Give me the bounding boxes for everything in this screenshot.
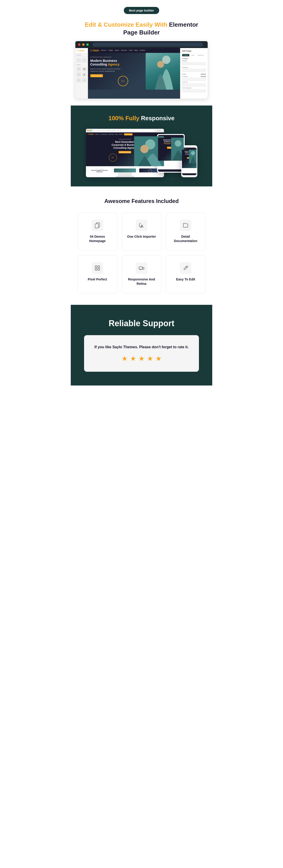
edit-icon-svg [183, 265, 189, 271]
svg-point-1 [157, 61, 164, 68]
feature-title-importer: One Click Importer [125, 235, 158, 239]
d-dot-yellow [89, 130, 90, 131]
nav-contact: Contact [139, 50, 145, 51]
phone-section [182, 168, 197, 173]
phone-hero: Expert FinancialAdvice Tailoredto Your N… [182, 150, 197, 168]
panel-tab-style[interactable]: Style [190, 54, 195, 56]
panel-tab-content[interactable]: Content [182, 54, 189, 56]
heading-yellow: Edit & Customize Easily With [85, 21, 169, 28]
svg-rect-11 [95, 266, 97, 268]
svg-point-4 [140, 145, 149, 153]
feature-icon-edit [180, 262, 191, 274]
elementor-main-area: ⬡ Saylo Home ▾ Pages About Services Case… [88, 48, 180, 99]
panel-cssclass-label: CSS Classes [182, 87, 192, 89]
importer-icon-svg [138, 222, 145, 228]
panel-tabs: Content Style Advanced [182, 54, 206, 56]
elementor-icon-container [76, 58, 81, 63]
hero-image [146, 53, 180, 90]
dot-yellow [82, 43, 85, 46]
features-section: Awesome Features Included 04 Demos Homep… [71, 186, 212, 305]
padding-bottom[interactable] [194, 69, 200, 72]
feature-title-docs: Detail Documentation [169, 235, 202, 243]
star-1: ★ [122, 354, 128, 363]
panel-padding-inputs [182, 69, 206, 72]
desktop-hero-btn[interactable]: Explore Services ▶ [119, 151, 131, 153]
desktop-card-title: Driven by Insight, Powered by Experience [89, 169, 111, 173]
hero-description: balance across various business function… [90, 68, 127, 72]
feature-card-demos: 04 Demos Homepage [77, 212, 117, 251]
d-nav-services: Our Services [100, 133, 107, 135]
panel-cssid-input[interactable] [182, 84, 206, 87]
desktop-nav-cta[interactable]: Get In Touch ▶ [124, 133, 132, 135]
margin-left[interactable] [200, 62, 206, 65]
elementor-icon-text: T [76, 72, 81, 77]
hero-cta-button[interactable]: Watch More ▶ [90, 74, 103, 77]
padding-top[interactable] [182, 69, 188, 72]
desktop-dots [87, 130, 92, 131]
panel-layout-section: ▸ Layout [182, 58, 206, 59]
support-card: If you like Saylo Themes. Please don't f… [84, 335, 199, 372]
padding-right[interactable] [188, 69, 194, 72]
nav-case: Case [129, 50, 132, 51]
elementor-icon-row-2: T 🖼 [76, 67, 87, 71]
tablet-hero: Empowering You toAchieve FinancialFreedo… [158, 138, 184, 161]
feature-card-importer: One Click Importer [122, 212, 161, 251]
desktop-card-1: ABOUT COMPANY Driven by Insight, Powered… [88, 167, 112, 173]
devices-container: @ 67 S. 5984 St. East Chicago, M 00548 W… [75, 129, 208, 177]
feature-icon-importer [136, 220, 147, 231]
page-builder-badge: Best page builder [124, 7, 159, 14]
panel-zindex-input[interactable] [182, 78, 206, 81]
panel-tab-advanced[interactable]: Advanced [196, 54, 205, 56]
desktop-section-row: ABOUT COMPANY Driven by Insight, Powered… [86, 166, 164, 173]
tablet-accent: Freedom [164, 143, 171, 144]
site-nav-links: Home ▾ Pages About Services Case Blog Co… [101, 50, 145, 51]
elementor-left-panel: ⬡ Saylo ▸ Layout ▸ Basic T 🖼 T ▶ [75, 48, 88, 99]
elementor-logo-text: ⬡ Saylo [77, 50, 86, 52]
panel-header: Edit Image [182, 50, 206, 53]
desktop-urlbar: @ 67 S. 5984 St. East Chicago, M 00548 W… [86, 129, 164, 132]
panel-cssclass-input[interactable] [182, 89, 206, 92]
support-section: Reliable Support If you like Saylo Theme… [71, 305, 212, 385]
elementor-icon-grid: ▸ Basic T 🖼 T ▶ □ — [75, 57, 88, 84]
features-heading: Awesome Features Included [77, 198, 206, 204]
feature-title-pixel: Pixel Perfect [81, 277, 114, 282]
nav-about: About [115, 50, 119, 51]
badge-section: Best page builder [71, 0, 212, 19]
elementor-right-panel: Edit Image Content Style Advanced ▸ Layo… [180, 48, 208, 99]
tablet-screen: ⬡ Saylo Empowering You toAchieve Financi… [158, 135, 184, 172]
desktop-stand [118, 173, 132, 176]
elementor-logo-area: ⬡ Saylo [75, 48, 88, 53]
panel-cssid-label: CSS ID [182, 81, 187, 83]
margin-top[interactable] [182, 62, 188, 65]
svg-rect-12 [98, 266, 100, 268]
elementor-icon-video: ▶ [82, 72, 87, 77]
elementor-basic-label: ▸ Basic [76, 63, 87, 66]
panel-position-val: Default [201, 75, 206, 77]
feature-icon-docs [180, 220, 191, 231]
site-logo: ⬡ Saylo [90, 49, 99, 52]
panel-width-val: Default [201, 73, 206, 75]
device-phone: ⬡ Saylo ☰ Expert FinancialAdvice Tailore… [181, 145, 197, 177]
panel-cssclass-row: CSS Classes [182, 87, 206, 89]
elementor-mock: ⬡ Saylo ▸ Layout ▸ Basic T 🖼 T ▶ [75, 41, 208, 99]
elementor-topbar [75, 41, 208, 48]
svg-rect-16 [143, 268, 144, 270]
desktop-badge-text: BusinessAgency [112, 157, 114, 158]
nav-pages: Pages [108, 50, 113, 51]
responsive-yellow: 100% Fully [108, 115, 139, 122]
padding-left[interactable] [200, 69, 206, 72]
phone-menu-icon: ☰ [195, 148, 196, 149]
margin-right[interactable] [188, 62, 194, 65]
panel-margin-row: Margin [182, 60, 206, 62]
elementor-hero: CONSULTING AGENCY Modern BusinessConsult… [88, 53, 180, 90]
star-3: ★ [138, 354, 145, 363]
svg-rect-13 [95, 269, 97, 270]
hero-image-inner [146, 53, 180, 90]
desktop-search-btn: Search ▾ [156, 130, 162, 131]
elementor-screenshot-section: ⬡ Saylo ▸ Layout ▸ Basic T 🖼 T ▶ [71, 41, 212, 105]
responsive-heading: 100% Fully Responsive [75, 115, 208, 122]
phone-card-1 [183, 168, 196, 171]
d-nav-contact: Contact [119, 133, 123, 135]
margin-bottom[interactable] [194, 62, 200, 65]
desktop-card-2 [113, 167, 137, 173]
